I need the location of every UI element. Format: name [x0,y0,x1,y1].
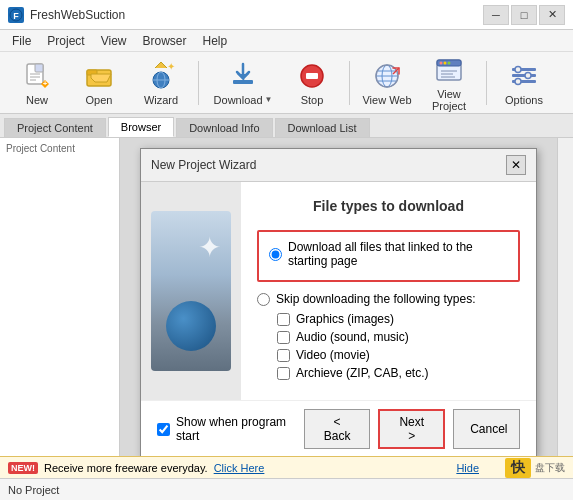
separator-2 [349,61,350,105]
menu-bar: File Project View Browser Help [0,30,573,52]
checkbox-archive-label: Archieve (ZIP, CAB, etc.) [296,366,429,380]
options-icon [508,60,540,92]
stop-icon [296,60,328,92]
checkbox-video[interactable]: Video (movie) [277,348,520,362]
stop-button[interactable]: Stop [283,57,341,109]
radio-label-2: Skip downloading the following types: [276,292,475,306]
checkbox-audio-label: Audio (sound, music) [296,330,409,344]
tab-project-content[interactable]: Project Content [4,118,106,137]
dialog-radio-bordered: Download all files that linked to the st… [257,230,520,282]
cancel-button[interactable]: Cancel [453,409,520,449]
title-bar: F FreshWebSuction ─ □ ✕ [0,0,573,30]
viewweb-button[interactable]: View Web [358,57,416,109]
wizard-icon: ✦ [145,60,177,92]
menu-view[interactable]: View [93,32,135,50]
status-bar: No Project [0,478,573,500]
back-button[interactable]: < Back [304,409,371,449]
tab-browser[interactable]: Browser [108,117,174,137]
radio-input-2[interactable] [257,293,270,306]
new-button[interactable]: + New [8,57,66,109]
menu-project[interactable]: Project [39,32,92,50]
svg-rect-33 [512,74,536,77]
svg-text:✦: ✦ [167,61,175,72]
app-title: FreshWebSuction [30,8,125,22]
svg-rect-3 [35,64,43,72]
dialog-close-button[interactable]: ✕ [506,155,526,175]
ad-link[interactable]: Click Here [214,462,265,474]
dialog-main-content: File types to download Download all file… [241,182,536,400]
new-label: New [26,94,48,106]
radio-option-1[interactable]: Download all files that linked to the st… [269,240,508,268]
wizard-label: Wizard [144,94,178,106]
maximize-button[interactable]: □ [511,5,537,25]
next-button[interactable]: Next > [378,409,445,449]
tab-download-info[interactable]: Download Info [176,118,272,137]
ad-brand-area: 快 盘下载 [505,458,565,478]
svg-point-37 [515,78,521,84]
svg-text:F: F [13,11,19,21]
new-badge: NEW! [8,462,38,474]
checkbox-graphics[interactable]: Graphics (images) [277,312,520,326]
footer-right: < Back Next > Cancel [304,409,520,449]
download-arrow-row: Download ▼ [214,94,273,106]
svg-point-36 [525,72,531,78]
footer-left: Show when program start [157,415,304,443]
title-bar-controls: ─ □ ✕ [483,5,565,25]
svg-rect-14 [233,80,253,84]
dialog-section-title: File types to download [257,198,520,214]
open-label: Open [86,94,113,106]
open-button[interactable]: Open [70,57,128,109]
viewproject-icon [433,54,465,86]
ad-hide-link[interactable]: Hide [456,462,479,474]
wizard-button[interactable]: ✦ Wizard [132,57,190,109]
checkbox-archive[interactable]: Archieve (ZIP, CAB, etc.) [277,366,520,380]
dialog-body: ✦ File types to download Download all fi… [141,182,536,400]
open-icon [83,60,115,92]
ad-text: Receive more freeware everyday. [44,462,208,474]
checkbox-audio-input[interactable] [277,331,290,344]
dialog-wizard-image: ✦ [151,211,231,371]
radio-input-1[interactable] [269,248,282,261]
download-arrow-icon: ▼ [265,95,273,104]
dialog-wizard-sidebar: ✦ [141,182,241,400]
show-checkbox[interactable] [157,423,170,436]
svg-point-27 [444,61,447,64]
brand-icon: 快 [505,458,531,478]
viewweb-icon [371,60,403,92]
dialog: New Project Wizard ✕ ✦ File types to do [140,148,537,456]
download-label: Download [214,94,263,106]
ad-bar: NEW! Receive more freeware everyday. Cli… [0,456,573,478]
download-button[interactable]: Download ▼ [207,57,279,109]
menu-file[interactable]: File [4,32,39,50]
options-label: Options [505,94,543,106]
scrollbar-vertical[interactable] [557,138,573,456]
checkbox-group: Graphics (images) Audio (sound, music) V… [277,312,520,380]
download-icon [227,60,259,92]
brand-label: 盘下载 [535,461,565,475]
checkbox-audio[interactable]: Audio (sound, music) [277,330,520,344]
viewweb-label: View Web [362,94,411,106]
svg-point-26 [440,61,443,64]
show-label: Show when program start [176,415,304,443]
checkbox-graphics-input[interactable] [277,313,290,326]
menu-browser[interactable]: Browser [135,32,195,50]
checkbox-archive-input[interactable] [277,367,290,380]
dialog-footer: Show when program start < Back Next > Ca… [141,400,536,456]
new-icon: + [21,60,53,92]
radio-option-2[interactable]: Skip downloading the following types: [257,292,520,306]
content-area: New Project Wizard ✕ ✦ File types to do [120,138,557,456]
tab-download-list[interactable]: Download List [275,118,370,137]
options-button[interactable]: Options [495,57,553,109]
wizard-star-icon: ✦ [198,231,221,264]
svg-point-35 [515,66,521,72]
dialog-title-bar: New Project Wizard ✕ [141,149,536,182]
minimize-button[interactable]: ─ [483,5,509,25]
stop-label: Stop [301,94,324,106]
viewproject-button[interactable]: View Project [420,57,478,109]
checkbox-graphics-label: Graphics (images) [296,312,394,326]
svg-rect-16 [306,73,318,79]
checkbox-video-input[interactable] [277,349,290,362]
menu-help[interactable]: Help [195,32,236,50]
dialog-overlay: New Project Wizard ✕ ✦ File types to do [120,138,557,456]
close-button[interactable]: ✕ [539,5,565,25]
